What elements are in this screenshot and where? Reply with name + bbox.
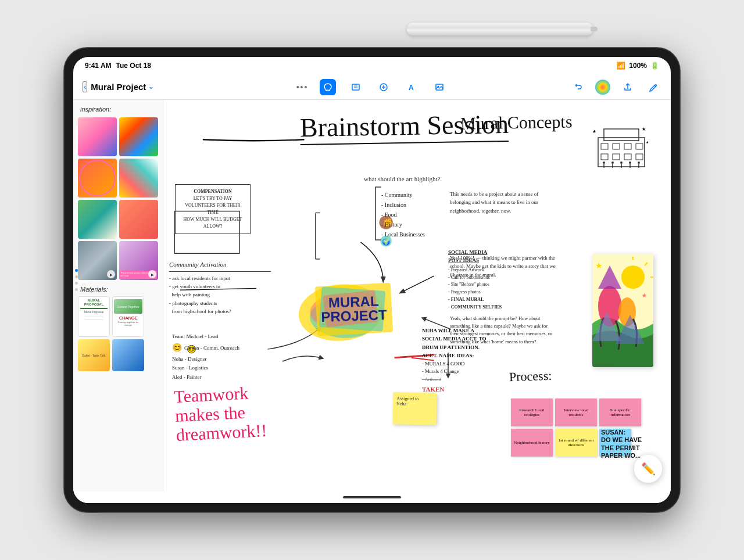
community-activation: Community Activation - ask local residen… xyxy=(169,260,271,316)
thumbnail-person-circle[interactable] xyxy=(78,159,117,198)
svg-rect-0 xyxy=(352,84,359,90)
status-right: 📶 100% 🔋 xyxy=(617,62,659,70)
svg-text:★: ★ xyxy=(595,261,603,270)
prompt-text: Yeah, what should the prompt be? How abo… xyxy=(450,315,557,346)
thumbnail-orange[interactable] xyxy=(119,200,158,239)
chevron-left-icon: ‹ xyxy=(84,82,86,91)
toolbar-right xyxy=(517,79,661,95)
sticky-research[interactable]: Research Local ecologies xyxy=(511,399,553,426)
svg-rect-28 xyxy=(613,143,620,149)
sidebar: inspiration: xyxy=(73,100,163,491)
svg-point-41 xyxy=(611,161,614,164)
doc-row-2: Buffet - Table Talk xyxy=(78,339,158,371)
color-picker-button[interactable] xyxy=(595,80,610,95)
svg-point-45 xyxy=(629,161,631,164)
neha-arrow xyxy=(419,312,454,332)
thumbnail-geometric[interactable] xyxy=(119,159,158,198)
ipad-screen: 9:41 AM Tue Oct 18 📶 100% 🔋 ‹ Mural Proj… xyxy=(73,57,671,503)
project-title[interactable]: Mural Project ⌄ xyxy=(91,82,153,92)
mural-project-center: MURALPROJECT xyxy=(312,280,396,338)
toolbar-center: ••• A xyxy=(227,79,517,95)
colorful-art-right: ★ ★ site details / d... xyxy=(592,254,653,367)
svg-text:site details / d...: site details / d... xyxy=(593,362,616,366)
doc-change[interactable]: Coming Together CHANGE Coming together f… xyxy=(112,296,144,337)
sticky-directions[interactable]: 1st round w/ different directions xyxy=(555,429,597,457)
teamwork-text: Teamworkmakes thedreamwork!! xyxy=(174,382,268,444)
doc-yellow[interactable]: Buffet - Table Talk xyxy=(78,339,110,371)
svg-text:★: ★ xyxy=(592,129,596,134)
sticky-site[interactable]: Site specific information xyxy=(599,399,641,426)
thumbnail-colorful-abstract[interactable] xyxy=(119,117,158,156)
svg-rect-32 xyxy=(613,154,620,160)
thumbnail-grid: ▶ These brush stroke references are cool… xyxy=(78,117,158,280)
sticky-neighborhood[interactable]: Neighborhood history xyxy=(511,429,553,457)
team-section: Team: Michael - Lead 😊 Carson - Comm. Ou… xyxy=(172,332,282,382)
image-button[interactable] xyxy=(431,79,448,95)
side-dot-3[interactable] xyxy=(75,282,78,285)
svg-text:★: ★ xyxy=(642,127,646,132)
yes-text: Yes! 100%! — thinking we might partner w… xyxy=(450,254,557,279)
highlight-question: what should the art highlight? xyxy=(364,175,440,182)
toolbar: ‹ Mural Project ⌄ ••• xyxy=(73,74,671,100)
doc-mural-proposal[interactable]: MURALPROPOSAL Mural Proposal ———————— ——… xyxy=(78,296,110,337)
assigned-sticky: Assigned toNeha xyxy=(393,392,437,425)
highlight-list: - Community - Inclusion - Food - History… xyxy=(381,190,425,239)
status-left: 9:41 AM Tue Oct 18 xyxy=(85,62,151,70)
battery-icon: 🔋 xyxy=(650,62,659,70)
building-sketch: ★ ★ ★ xyxy=(592,126,650,170)
thumbnail-mural-art[interactable]: These brush stroke references are cool ▶ xyxy=(119,241,158,280)
play-button-aerial[interactable]: ▶ xyxy=(107,270,115,278)
svg-text:★: ★ xyxy=(646,141,649,144)
ipad-frame: 9:41 AM Tue Oct 18 📶 100% 🔋 ‹ Mural Proj… xyxy=(64,48,680,512)
doc-blue[interactable] xyxy=(112,339,144,371)
share-button[interactable] xyxy=(620,79,636,95)
team-arrow xyxy=(280,350,326,373)
wifi-icon: 📶 xyxy=(617,62,625,70)
undo-button[interactable] xyxy=(570,79,586,95)
bracket-svg xyxy=(373,186,384,241)
play-button-mural[interactable]: ▶ xyxy=(148,270,156,278)
inspiration-label: inspiration: xyxy=(78,106,158,113)
device-wrapper: 9:41 AM Tue Oct 18 📶 100% 🔋 ‹ Mural Proj… xyxy=(52,39,692,521)
svg-point-47 xyxy=(638,161,640,164)
side-dot-4[interactable] xyxy=(75,288,78,291)
sm-arrow xyxy=(442,350,454,379)
canvas-area[interactable]: ✊ 🌍 Brainstorm Session Mural Co xyxy=(163,100,671,491)
more-options-menu[interactable]: ••• xyxy=(296,82,309,92)
pencil-tool-button[interactable]: ✏️ xyxy=(634,455,662,483)
lasso-tool-button[interactable] xyxy=(320,79,336,95)
nav-bottom xyxy=(73,491,671,503)
thumbnail-aerial[interactable]: ▶ xyxy=(78,241,117,280)
main-content: inspiration: xyxy=(73,100,671,491)
svg-point-49 xyxy=(621,265,645,289)
toolbar-left: ‹ Mural Project ⌄ xyxy=(83,81,227,92)
svg-rect-31 xyxy=(601,154,608,160)
compensation-text: COMPENSATION LET'S TRY TO PAY VOLUNTEERS… xyxy=(175,184,251,234)
svg-rect-33 xyxy=(624,154,631,160)
svg-point-39 xyxy=(603,161,605,164)
date-display: Tue Oct 18 xyxy=(116,62,151,70)
home-indicator[interactable] xyxy=(343,496,401,498)
battery-display: 100% xyxy=(629,62,647,70)
thumbnail-people[interactable] xyxy=(78,117,117,156)
belonging-text: This needs to be a project about a sense… xyxy=(450,190,557,215)
materials-label: Materials: xyxy=(80,286,158,293)
time-display: 9:41 AM xyxy=(85,62,112,70)
svg-point-43 xyxy=(620,161,623,164)
sticky-interview[interactable]: Interview local residents xyxy=(555,399,597,426)
thumbnail-green[interactable] xyxy=(78,200,117,239)
svg-rect-26 xyxy=(604,129,639,141)
svg-text:★: ★ xyxy=(642,292,647,299)
edit-button[interactable] xyxy=(645,79,661,95)
text-box-button[interactable] xyxy=(348,79,364,95)
process-label: Process: xyxy=(509,368,552,385)
mural-concepts-heading: Mural Concepts xyxy=(460,112,572,133)
text-format-button[interactable]: A xyxy=(403,79,420,95)
svg-rect-30 xyxy=(636,143,643,149)
svg-rect-27 xyxy=(601,143,608,149)
apple-pencil xyxy=(407,23,593,35)
change-title: CHANGE xyxy=(119,315,138,321)
svg-rect-34 xyxy=(636,154,643,160)
back-button[interactable]: ‹ xyxy=(83,81,87,92)
insert-button[interactable] xyxy=(375,79,392,95)
